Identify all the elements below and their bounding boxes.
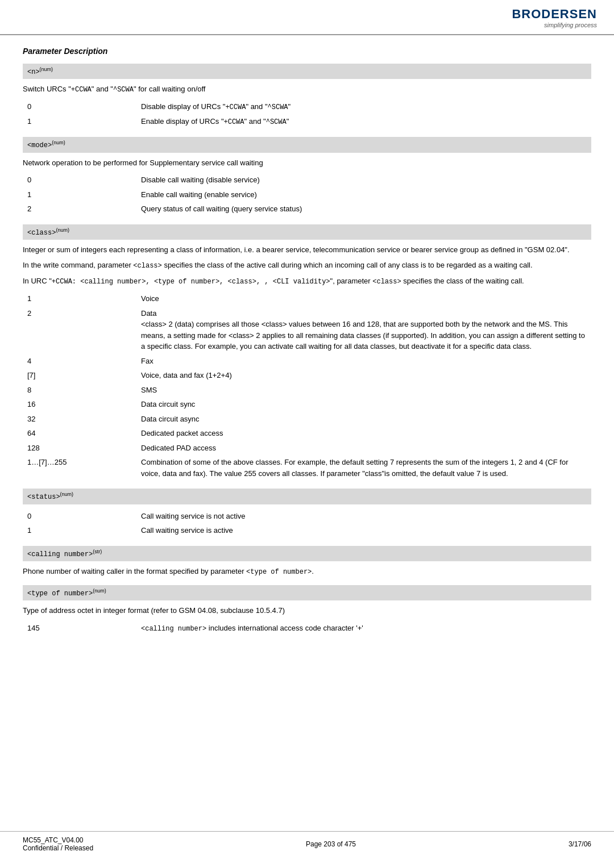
main-content: Parameter Description <n>(num) Switch UR… bbox=[0, 35, 614, 649]
val-1: 1 bbox=[23, 114, 136, 129]
param-type-of-number-id: <type of number> bbox=[27, 590, 93, 598]
param-status-id: <status> bbox=[27, 494, 60, 502]
desc-4: Fax bbox=[136, 354, 591, 369]
val-0: 0 bbox=[23, 99, 136, 114]
val-2: 2 bbox=[23, 306, 136, 354]
table-row: 64 Dedicated packet access bbox=[23, 426, 591, 441]
footer-page: Page 203 of 475 bbox=[306, 840, 356, 848]
param-mode-header: <mode>(num) bbox=[23, 137, 591, 152]
param-mode-type: (num) bbox=[52, 140, 65, 145]
footer: MC55_ATC_V04.00 Confidential / Released … bbox=[0, 831, 614, 857]
table-row: 1 Enable call waiting (enable service) bbox=[23, 187, 591, 202]
param-mode-desc: Network operation to be performed for Su… bbox=[23, 157, 591, 169]
table-row: 0 Disable display of URCs "+CCWA" and "^… bbox=[23, 99, 591, 114]
val-16: 16 bbox=[23, 397, 136, 412]
desc-32: Data circuit async bbox=[136, 412, 591, 427]
table-row: 4 Fax bbox=[23, 354, 591, 369]
table-row: 2 Query status of call waiting (query se… bbox=[23, 202, 591, 216]
param-type-of-number-values: 145 <calling number> includes internatio… bbox=[23, 621, 591, 636]
logo-brand: BRODERSEN bbox=[512, 7, 597, 22]
table-row: 32 Data circuit async bbox=[23, 412, 591, 427]
param-n-desc: Switch URCs "+CCWA" and "^SCWA" for call… bbox=[23, 84, 591, 95]
desc-0: Disable display of URCs "+CCWA" and "^SC… bbox=[136, 99, 591, 114]
table-row: [7] Voice, data and fax (1+2+4) bbox=[23, 368, 591, 383]
desc-2: Query status of call waiting (query serv… bbox=[136, 202, 591, 216]
val-0: 0 bbox=[23, 509, 136, 524]
param-type-of-number-header: <type of number>(num) bbox=[23, 585, 591, 600]
desc-1: Call waiting service is active bbox=[136, 523, 591, 538]
param-class-id: <class> bbox=[27, 229, 56, 237]
param-class-type: (num) bbox=[56, 227, 69, 233]
val-32: 32 bbox=[23, 412, 136, 427]
val-1: 1 bbox=[23, 523, 136, 538]
footer-date: 3/17/06 bbox=[569, 840, 591, 848]
param-calling-number-header: <calling number>(str) bbox=[23, 546, 591, 561]
param-n-type: (num) bbox=[40, 66, 53, 72]
footer-left: MC55_ATC_V04.00 Confidential / Released bbox=[23, 836, 93, 852]
logo-sub: simplifying process bbox=[544, 22, 597, 28]
param-n-id: <n> bbox=[27, 68, 40, 76]
logo-area: BRODERSEN simplifying process bbox=[512, 7, 597, 28]
header: BRODERSEN simplifying process bbox=[0, 0, 614, 35]
param-mode-values: 0 Disable call waiting (disable service)… bbox=[23, 173, 591, 216]
val-7: [7] bbox=[23, 368, 136, 383]
val-1: 1 bbox=[23, 187, 136, 202]
param-calling-number-type: (str) bbox=[93, 549, 102, 554]
val-2: 2 bbox=[23, 202, 136, 216]
param-class-desc3: In URC "+CCWA: <calling number>, <type o… bbox=[23, 276, 591, 287]
param-class-desc2: In the write command, parameter <class> … bbox=[23, 260, 591, 271]
table-row: 1 Enable display of URCs "+CCWA" and "^S… bbox=[23, 114, 591, 129]
param-n-values: 0 Disable display of URCs "+CCWA" and "^… bbox=[23, 99, 591, 129]
desc-0: Disable call waiting (disable service) bbox=[136, 173, 591, 187]
footer-confidential: Confidential / Released bbox=[23, 844, 93, 852]
desc-64: Dedicated packet access bbox=[136, 426, 591, 441]
desc-range: Combination of some of the above classes… bbox=[136, 455, 591, 481]
desc-145: <calling number> includes international … bbox=[136, 621, 591, 636]
desc-128: Dedicated PAD access bbox=[136, 441, 591, 456]
table-row: 2 Data <class> 2 (data) comprises all th… bbox=[23, 306, 591, 354]
param-calling-number-id: <calling number> bbox=[27, 550, 93, 558]
desc-1: Voice bbox=[136, 291, 591, 306]
param-class-desc1: Integer or sum of integers each represen… bbox=[23, 244, 591, 256]
param-class-header: <class>(num) bbox=[23, 224, 591, 240]
param-calling-number-desc: Phone number of waiting caller in the fo… bbox=[23, 566, 591, 577]
param-mode-id: <mode> bbox=[27, 142, 52, 150]
param-class-values: 1 Voice 2 Data <class> 2 (data) comprise… bbox=[23, 291, 591, 481]
val-1: 1 bbox=[23, 291, 136, 306]
val-4: 4 bbox=[23, 354, 136, 369]
val-145: 145 bbox=[23, 621, 136, 636]
footer-doc-id: MC55_ATC_V04.00 bbox=[23, 836, 93, 844]
table-row: 128 Dedicated PAD access bbox=[23, 441, 591, 456]
desc-0: Call waiting service is not active bbox=[136, 509, 591, 524]
table-row: 0 Disable call waiting (disable service) bbox=[23, 173, 591, 187]
param-status-header: <status>(num) bbox=[23, 489, 591, 504]
val-128: 128 bbox=[23, 441, 136, 456]
desc-7: Voice, data and fax (1+2+4) bbox=[136, 368, 591, 383]
param-type-of-number-type: (num) bbox=[93, 588, 106, 594]
val-range: 1…[7]…255 bbox=[23, 455, 136, 481]
val-0: 0 bbox=[23, 173, 136, 187]
table-row: 8 SMS bbox=[23, 383, 591, 398]
table-row: 16 Data circuit sync bbox=[23, 397, 591, 412]
desc-2: Data <class> 2 (data) comprises all thos… bbox=[136, 306, 591, 354]
desc-1: Enable call waiting (enable service) bbox=[136, 187, 591, 202]
desc-1: Enable display of URCs "+CCWA" and "^SCW… bbox=[136, 114, 591, 129]
table-row: 1 Call waiting service is active bbox=[23, 523, 591, 538]
param-type-of-number-desc: Type of address octet in integer format … bbox=[23, 605, 591, 616]
section-title: Parameter Description bbox=[23, 47, 591, 56]
desc-8: SMS bbox=[136, 383, 591, 398]
val-64: 64 bbox=[23, 426, 136, 441]
table-row: 1 Voice bbox=[23, 291, 591, 306]
table-row: 0 Call waiting service is not active bbox=[23, 509, 591, 524]
page-wrapper: BRODERSEN simplifying process Parameter … bbox=[0, 0, 614, 868]
param-status-type: (num) bbox=[60, 491, 74, 497]
param-n-header: <n>(num) bbox=[23, 64, 591, 79]
table-row: 145 <calling number> includes internatio… bbox=[23, 621, 591, 636]
val-8: 8 bbox=[23, 383, 136, 398]
table-row: 1…[7]…255 Combination of some of the abo… bbox=[23, 455, 591, 481]
desc-16: Data circuit sync bbox=[136, 397, 591, 412]
param-status-values: 0 Call waiting service is not active 1 C… bbox=[23, 509, 591, 538]
